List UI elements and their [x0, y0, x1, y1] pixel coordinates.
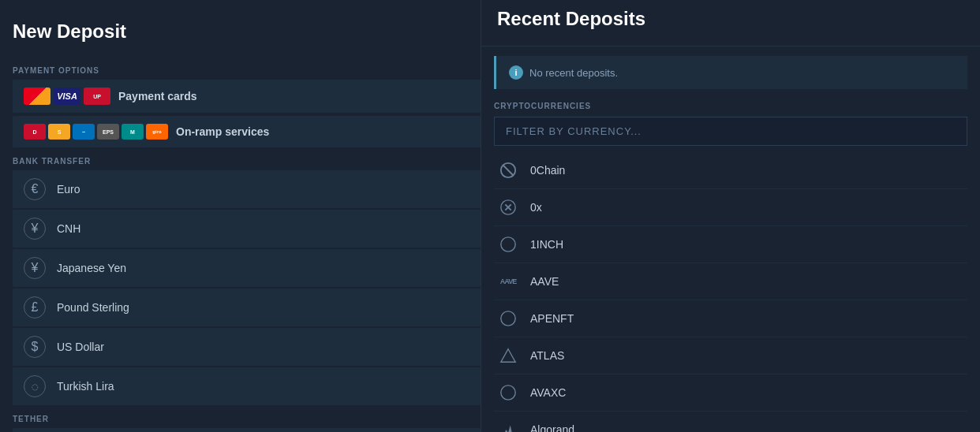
0chain-name: 0Chain	[530, 164, 565, 177]
apenft-icon	[497, 307, 519, 330]
unionpay-icon: UP	[84, 88, 110, 105]
info-icon: i	[509, 65, 523, 80]
crypto-row-1inch[interactable]: 1INCH	[494, 226, 967, 263]
cryptocurrencies-label: CRYPTOCURRENCIES	[494, 102, 967, 110]
tether-usd-row[interactable]: $ US Dollar ₮	[13, 428, 481, 432]
card-icons-group: VISA UP	[24, 88, 110, 105]
crypto-row-0x[interactable]: 0x	[494, 189, 967, 226]
usd-name: US Dollar	[57, 341, 104, 353]
0chain-icon	[497, 159, 519, 181]
svg-point-5	[501, 385, 515, 400]
ramp-icon-2: S	[48, 124, 70, 140]
svg-marker-4	[501, 349, 515, 363]
crypto-row-0chain[interactable]: 0Chain	[494, 152, 967, 189]
tether-label: TETHER	[13, 415, 481, 423]
payment-options-label: PAYMENT OPTIONS	[13, 66, 481, 75]
ramp-icons-group: D S ~ EPS M giro	[24, 124, 168, 140]
atlas-icon	[497, 344, 519, 367]
svg-line-1	[503, 166, 514, 176]
1inch-name: 1INCH	[530, 238, 563, 251]
currency-row-jpy[interactable]: ¥ Japanese Yen	[13, 249, 481, 287]
atlas-name: ATLAS	[530, 349, 564, 362]
aave-name: AAVE	[530, 275, 559, 288]
currency-row-usd[interactable]: $ US Dollar	[13, 328, 481, 366]
crypto-list: 0Chain 0x 1INCH	[481, 152, 980, 432]
payment-cards-row[interactable]: VISA UP Payment cards	[13, 80, 481, 113]
usd-symbol: $	[24, 336, 46, 358]
payment-cards-label: Payment cards	[118, 90, 197, 102]
currency-row-gbp[interactable]: £ Pound Sterling	[13, 289, 481, 326]
no-deposits-bar: i No recent deposits.	[494, 56, 967, 89]
bank-currency-list: € Euro ¥ CNH ¥ Japanese Yen £ Pound Ster…	[13, 170, 481, 405]
currency-row-cnh[interactable]: ¥ CNH	[13, 210, 481, 248]
on-ramp-row[interactable]: D S ~ EPS M giro On-ramp services	[13, 116, 481, 147]
left-panel: New Deposit PAYMENT OPTIONS VISA UP Paym…	[0, 0, 481, 432]
crypto-row-algorand[interactable]: Algorand	[494, 412, 967, 432]
no-deposits-text: No recent deposits.	[529, 67, 618, 79]
apenft-name: APENFT	[530, 312, 574, 325]
crypto-row-avaxc[interactable]: AVAXC	[494, 374, 967, 412]
try-name: Turkish Lira	[57, 380, 114, 393]
gbp-name: Pound Sterling	[57, 301, 129, 314]
page-title-right: Recent Deposits	[481, 0, 980, 38]
crypto-row-atlas[interactable]: ATLAS	[494, 337, 967, 374]
gbp-symbol: £	[24, 296, 46, 318]
1inch-icon	[497, 233, 519, 255]
ramp-icon-4: EPS	[97, 124, 119, 140]
ramp-icon-6: giro	[146, 124, 168, 140]
ramp-icon-1: D	[24, 124, 46, 140]
visa-icon: VISA	[54, 88, 80, 105]
algorand-name: Algorand	[530, 423, 574, 432]
mastercard-icon	[24, 88, 50, 105]
right-panel: Recent Deposits i No recent deposits. CR…	[481, 0, 980, 432]
crypto-row-aave[interactable]: AAVE AAVE	[494, 263, 967, 300]
tether-currency-list: $ US Dollar ₮ € Euro ₮ ¥ CNH ₮ ⬧ XAU ₮ ◈…	[13, 428, 481, 432]
currency-row-try[interactable]: ◌ Turkish Lira	[13, 367, 481, 405]
page-title-left: New Deposit	[13, 13, 481, 50]
main-container: New Deposit PAYMENT OPTIONS VISA UP Paym…	[0, 0, 980, 432]
0x-icon	[497, 196, 519, 218]
filter-currency-input[interactable]	[494, 117, 967, 146]
svg-point-2	[501, 237, 515, 251]
avaxc-icon	[497, 382, 519, 404]
try-symbol: ◌	[24, 375, 46, 397]
algorand-icon	[497, 419, 519, 432]
avaxc-name: AVAXC	[530, 386, 566, 399]
jpy-name: Japanese Yen	[57, 262, 126, 274]
cnh-name: CNH	[57, 222, 80, 235]
euro-name: Euro	[57, 183, 80, 196]
currency-row-euro[interactable]: € Euro	[13, 170, 481, 208]
ramp-icon-5: M	[122, 124, 144, 140]
0x-name: 0x	[530, 201, 542, 214]
bank-transfer-label: BANK TRANSFER	[13, 157, 481, 166]
ramp-icon-3: ~	[73, 124, 95, 140]
svg-point-3	[501, 311, 515, 326]
cnh-symbol: ¥	[24, 218, 46, 240]
euro-symbol: €	[24, 178, 46, 200]
on-ramp-label: On-ramp services	[176, 125, 269, 138]
jpy-symbol: ¥	[24, 257, 46, 279]
right-header: Recent Deposits	[481, 0, 980, 47]
aave-icon: AAVE	[497, 270, 519, 292]
crypto-row-apenft[interactable]: APENFT	[494, 300, 967, 337]
